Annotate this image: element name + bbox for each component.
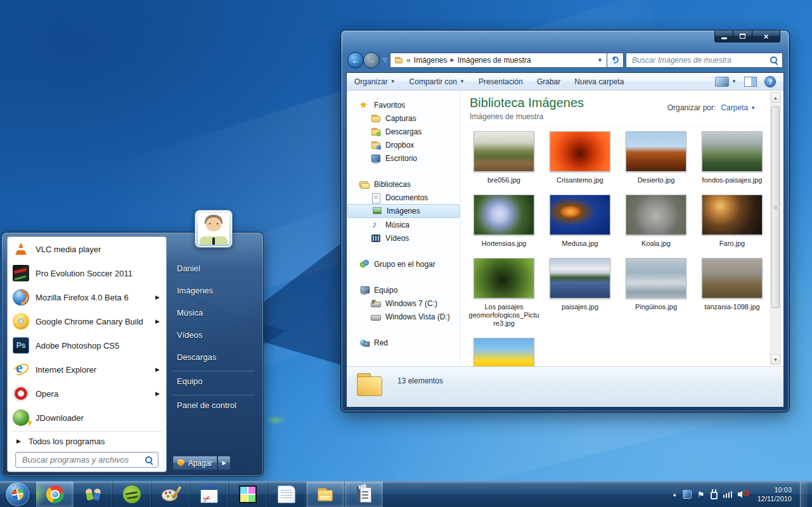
file-item[interactable]: Desierto.jpg bbox=[618, 127, 694, 191]
taskbar-snipping-tool[interactable] bbox=[190, 482, 229, 507]
breadcrumb-root[interactable]: Imágenes bbox=[414, 56, 448, 65]
volume-muted-icon[interactable] bbox=[738, 490, 749, 499]
program-label: Adobe Photoshop CS5 bbox=[35, 341, 160, 350]
file-item[interactable] bbox=[466, 334, 542, 366]
start-descargas[interactable]: Descargas bbox=[177, 352, 216, 365]
minimize-button[interactable] bbox=[714, 30, 733, 42]
nav-windowsvista-d[interactable]: Windows Vista (D:) bbox=[347, 310, 460, 323]
search-input[interactable] bbox=[631, 55, 770, 65]
start-search-input[interactable] bbox=[21, 454, 145, 465]
close-button[interactable]: × bbox=[752, 30, 780, 42]
scrollbar-thumb[interactable] bbox=[771, 106, 780, 308]
program-internet-explorer[interactable]: Internet Explorer▶ bbox=[8, 357, 166, 382]
breadcrumb-separator-icon[interactable]: ▶ bbox=[451, 57, 454, 63]
explorer-window[interactable]: × ← → ▽ « Imágenes ▶ Imágenes de muestra… bbox=[341, 30, 789, 412]
start-button[interactable] bbox=[0, 482, 35, 507]
nav-label: Descargas bbox=[385, 127, 422, 136]
program-chrome-canary[interactable]: Google Chrome Canary Build▶ bbox=[8, 309, 166, 333]
show-hidden-icons-button[interactable]: ▲ bbox=[672, 492, 677, 497]
file-item[interactable]: Hortensias.jpg bbox=[466, 191, 542, 254]
arrange-by-value[interactable]: Carpeta▼ bbox=[721, 103, 756, 112]
address-dropdown-icon[interactable]: ▼ bbox=[597, 57, 603, 63]
nav-red[interactable]: Red bbox=[347, 336, 460, 349]
recent-pages-dropdown[interactable]: ▽ bbox=[383, 57, 387, 63]
taskbar-explorer[interactable] bbox=[306, 482, 345, 507]
file-item[interactable]: Faro.jpg bbox=[694, 191, 767, 254]
scroll-down-arrow[interactable]: ▼ bbox=[771, 354, 780, 364]
taskbar-color-squares-app[interactable] bbox=[229, 482, 267, 507]
nav-descargas[interactable]: Descargas bbox=[347, 125, 460, 138]
file-item[interactable]: fondos-paisajes.jpg bbox=[694, 127, 767, 191]
program-vlc[interactable]: VLC media player bbox=[8, 237, 166, 261]
file-item[interactable]: Medusa.jpg bbox=[542, 191, 618, 254]
program-photoshop[interactable]: Adobe Photoshop CS5 bbox=[8, 333, 166, 357]
file-item[interactable]: tanzania-1098.jpg bbox=[694, 254, 767, 334]
taskbar-messenger[interactable] bbox=[74, 482, 113, 507]
views-button[interactable]: ▼ bbox=[715, 77, 737, 87]
power-icon[interactable] bbox=[711, 490, 718, 499]
taskbar-notepad[interactable] bbox=[267, 482, 306, 507]
program-firefox[interactable]: Mozilla Firefox 4.0 Beta 6▶ bbox=[8, 285, 166, 309]
program-jdownloader[interactable]: JDownloader bbox=[8, 406, 166, 430]
slideshow-button[interactable]: Presentación bbox=[479, 77, 523, 86]
tray-messenger-icon[interactable] bbox=[683, 490, 692, 499]
nav-musica[interactable]: Música bbox=[347, 218, 460, 231]
file-item[interactable]: paisajes.jpg bbox=[542, 254, 618, 334]
share-with-menu[interactable]: Compartir con▼ bbox=[409, 77, 465, 86]
forward-button[interactable]: → bbox=[363, 52, 380, 68]
nav-escritorio[interactable]: Escritorio bbox=[347, 151, 460, 165]
file-item[interactable]: bre056.jpg bbox=[466, 127, 542, 191]
nav-dropbox[interactable]: Dropbox bbox=[347, 138, 460, 151]
nav-homegroup[interactable]: Grupo en el hogar bbox=[347, 257, 460, 271]
file-item[interactable]: Los paisajes geomorfologicos_Picture3.jp… bbox=[466, 254, 542, 334]
start-user-daniel[interactable]: Daniel bbox=[177, 264, 200, 276]
organize-menu[interactable]: Organizar▼ bbox=[354, 77, 396, 86]
taskbar-spotify[interactable] bbox=[113, 482, 151, 507]
file-name: Pingüinos.jpg bbox=[635, 303, 677, 311]
nav-videos[interactable]: Vídeos bbox=[347, 231, 460, 245]
back-button[interactable]: ← bbox=[347, 52, 364, 68]
search-icon[interactable] bbox=[770, 56, 778, 64]
taskbar-clock[interactable]: 10:03 12/11/2010 bbox=[757, 485, 792, 503]
nav-imagenes-selected[interactable]: Imágenes bbox=[347, 204, 460, 218]
nav-windows7-c[interactable]: Windows 7 (C:) bbox=[347, 297, 460, 310]
file-item[interactable]: Crisantemo.jpg bbox=[542, 127, 618, 191]
shutdown-options-arrow[interactable]: ▶ bbox=[218, 456, 231, 470]
user-avatar[interactable] bbox=[195, 210, 233, 248]
preview-pane-button[interactable] bbox=[744, 77, 757, 87]
all-programs[interactable]: ▶Todos los programas bbox=[8, 433, 166, 449]
breadcrumb[interactable]: « Imágenes ▶ Imágenes de muestra ▼ bbox=[390, 53, 607, 68]
help-button[interactable]: ? bbox=[764, 76, 776, 87]
shutdown-button[interactable]: Apagar bbox=[172, 456, 217, 470]
taskbar-paint[interactable] bbox=[151, 482, 190, 507]
program-pes2011[interactable]: Pro Evolution Soccer 2011 bbox=[8, 261, 166, 285]
submenu-arrow-icon: ▶ bbox=[155, 318, 160, 324]
file-item[interactable]: Koala.jpg bbox=[618, 191, 694, 254]
taskbar-document-editor[interactable] bbox=[345, 482, 383, 507]
start-panel-de-control[interactable]: Panel de control bbox=[177, 401, 236, 413]
file-item[interactable]: Pingüinos.jpg bbox=[618, 254, 694, 334]
network-signal-icon[interactable] bbox=[723, 491, 732, 498]
nav-documentos[interactable]: Documentos bbox=[347, 191, 460, 204]
scroll-up-arrow[interactable]: ▲ bbox=[771, 93, 780, 103]
start-musica[interactable]: Música bbox=[177, 308, 203, 321]
start-videos[interactable]: Vídeos bbox=[177, 330, 202, 343]
breadcrumb-current[interactable]: Imágenes de muestra bbox=[458, 56, 531, 65]
nav-favorites[interactable]: Favoritos bbox=[347, 98, 460, 112]
show-desktop-button[interactable] bbox=[800, 482, 808, 507]
maximize-button[interactable] bbox=[733, 30, 752, 42]
nav-capturas[interactable]: Capturas bbox=[347, 112, 460, 125]
vertical-scrollbar[interactable]: ▲ ▼ bbox=[770, 92, 781, 365]
taskbar-chrome[interactable] bbox=[35, 482, 74, 507]
breadcrumb-collapse-icon[interactable]: « bbox=[406, 56, 411, 65]
refresh-button[interactable] bbox=[607, 53, 624, 68]
burn-button[interactable]: Grabar bbox=[537, 77, 560, 86]
start-imagenes[interactable]: Imágenes bbox=[177, 286, 213, 298]
nav-bibliotecas[interactable]: Bibliotecas bbox=[347, 177, 460, 191]
start-equipo[interactable]: Equipo bbox=[177, 376, 202, 389]
action-center-flag-icon[interactable]: ⚑ bbox=[697, 490, 705, 499]
search-icon[interactable] bbox=[145, 456, 153, 464]
nav-equipo[interactable]: Equipo bbox=[347, 283, 460, 297]
new-folder-button[interactable]: Nueva carpeta bbox=[574, 77, 624, 86]
program-opera[interactable]: Opera▶ bbox=[8, 382, 166, 406]
